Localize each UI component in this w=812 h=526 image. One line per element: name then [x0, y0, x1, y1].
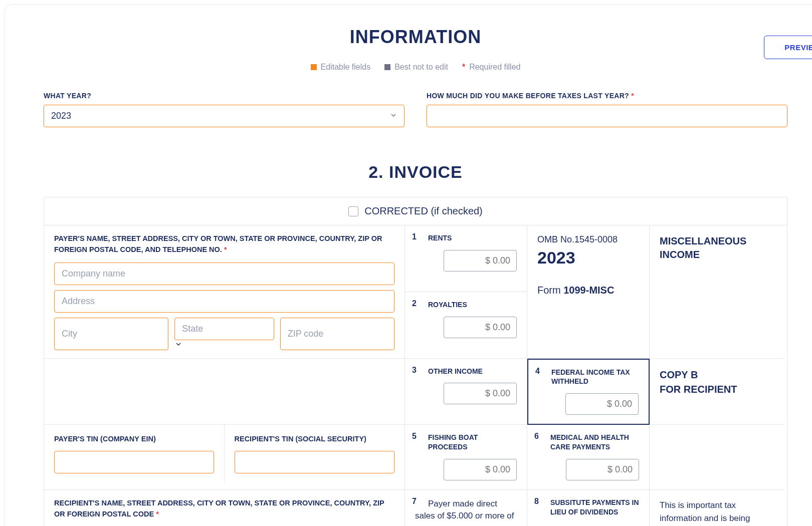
copy-b-cell: COPY B FOR RECIPIENT [650, 359, 784, 425]
corrected-row: CORRECTED (if checked) [44, 197, 787, 225]
form-line: Form 1099-MISC [537, 285, 639, 296]
payer-block: PAYER'S NAME, STREET ADDRESS, CITY OR TO… [44, 225, 405, 359]
box-3-other-income: 3 OTHER INCOME [405, 359, 527, 425]
legend-bestnot: Best not to edit [384, 63, 448, 72]
box-7-direct-sales: 7 Payer made direct sales of $5.000 or m… [405, 490, 527, 526]
year-select[interactable] [44, 105, 404, 127]
address-input[interactable] [54, 290, 394, 313]
year-select-wrap [44, 105, 404, 127]
year-label: WHAT YEAR? [44, 92, 404, 100]
invoice-grid: PAYER'S NAME, STREET ADDRESS, CITY OR TO… [44, 225, 787, 526]
recipient-tin-label: RECIPIENT'S TIN (SOCIAL SECURITY) [235, 434, 395, 445]
box-number: 7 [412, 497, 417, 506]
payer-tin-label: PAYER'S TIN (COMPANY EIN) [54, 434, 214, 445]
legend-editable: Editable fields [311, 63, 371, 72]
box-1-rents: 1 RENTS [405, 225, 527, 292]
box-3-label: OTHER INCOME [428, 367, 517, 376]
city-input[interactable] [54, 318, 168, 350]
invoice-card: CORRECTED (if checked) PAYER'S NAME, STR… [44, 197, 787, 526]
company-name-input[interactable] [54, 262, 394, 285]
box-number: 8 [534, 497, 539, 506]
omb-number: OMB No.1545-0008 [537, 234, 639, 245]
page-card: PREVIEW INFORMATION Editable fields Best… [4, 4, 812, 526]
box-2-label: ROYALTIES [428, 300, 517, 310]
misc-income-cell: MISCELLANEOUS INCOME [650, 225, 784, 359]
box-2-input[interactable] [444, 317, 517, 338]
box-1-input[interactable] [444, 250, 517, 272]
required-asterisk-icon: * [631, 92, 634, 100]
box-5-fishing: 5 FISHING BOAT PROCEEDS [405, 425, 527, 490]
income-label: HOW MUCH DID YOU MAKE BEFORE TAXES LAST … [427, 92, 787, 100]
box-2-royalties: 2 ROYALTIES [405, 292, 527, 359]
income-col: HOW MUCH DID YOU MAKE BEFORE TAXES LAST … [427, 92, 787, 127]
square-purple-icon [384, 64, 390, 70]
legend: Editable fields Best not to edit * Requi… [5, 63, 812, 72]
payer-tin-input[interactable] [54, 451, 214, 473]
corrected-label: CORRECTED (if checked) [364, 205, 483, 217]
section-title-invoice: 2. INVOICE [5, 162, 812, 182]
payer-block-label: PAYER'S NAME, STREET ADDRESS, CITY OR TO… [54, 233, 394, 255]
chevron-down-icon [174, 341, 182, 350]
box-7-label: Payer made direct sales of $5.000 or mor… [415, 499, 514, 526]
box-4-federal-withheld: 4 FEDERAL INCOME TAX WITHHELD [527, 359, 650, 425]
copy-b-line2: FOR RECIPIENT [660, 382, 774, 397]
box-number: 2 [412, 299, 417, 308]
box-5-input[interactable] [444, 459, 517, 480]
section-title-information: INFORMATION [5, 27, 812, 48]
state-select[interactable] [174, 318, 274, 340]
legend-bestnot-label: Best not to edit [394, 63, 448, 72]
required-asterisk-icon: * [224, 245, 227, 253]
form-prefix: Form [537, 285, 561, 296]
box-3-input[interactable] [444, 383, 517, 404]
year-col: WHAT YEAR? [44, 92, 404, 127]
box-4-label: FEDERAL INCOME TAX WITHHELD [551, 368, 639, 387]
legend-editable-label: Editable fields [321, 63, 371, 72]
box-1-label: RENTS [428, 233, 517, 243]
box-number: 4 [535, 367, 540, 376]
income-input[interactable] [427, 105, 787, 127]
box-6-label: MEDICAL AND HEALTH CARE PAYMENTS [550, 433, 639, 452]
required-asterisk-icon: * [156, 510, 159, 518]
recipient-tin-input[interactable] [235, 451, 395, 473]
asterisk-icon: * [462, 63, 465, 72]
form-year: 2023 [537, 248, 639, 268]
recipient-tin-cell: RECIPIENT'S TIN (SOCIAL SECURITY) [225, 425, 405, 482]
tin-row: PAYER'S TIN (COMPANY EIN) RECIPIENT'S TI… [44, 425, 405, 490]
box-4-input[interactable] [565, 393, 639, 415]
form-name: 1099-MISC [563, 285, 614, 296]
preview-button[interactable]: PREVIEW [764, 36, 812, 59]
legend-required-label: Required filled [469, 63, 520, 72]
box-8-substitute: 8 SUBSITUTE PAYMENTS IN LIEU OF DIVIDEND… [527, 490, 650, 526]
box-number: 3 [412, 366, 417, 375]
box-number: 5 [412, 432, 417, 441]
box-number: 1 [412, 232, 417, 241]
zip-input[interactable] [280, 318, 394, 350]
square-orange-icon [311, 64, 317, 70]
income-label-text: HOW MUCH DID YOU MAKE BEFORE TAXES LAST … [427, 92, 629, 100]
box-5-label: FISHING BOAT PROCEEDS [428, 433, 517, 452]
recipient-block-label-text: RECIPIENT'S NAME, STREET ADDRESS, CITY O… [54, 499, 384, 518]
payer-block-label-text: PAYER'S NAME, STREET ADDRESS, CITY OR TO… [54, 234, 382, 253]
legend-required: * Required filled [462, 63, 521, 72]
empty-right-cell [650, 425, 784, 490]
box-6-medical: 6 MEDICAL AND HEALTH CARE PAYMENTS [527, 425, 650, 490]
info-row: WHAT YEAR? HOW MUCH DID YOU MAKE BEFORE … [5, 92, 812, 127]
box-8-label: SUBSITUTE PAYMENTS IN LIEU OF DIVIDENDS [550, 498, 639, 517]
irs-note: This is important tax information and is… [650, 490, 784, 526]
box-6-input[interactable] [566, 459, 639, 480]
box-number: 6 [534, 432, 539, 441]
payer-empty-fill [44, 359, 405, 425]
omb-cell: OMB No.1545-0008 2023 Form 1099-MISC [527, 225, 650, 359]
recipient-block-label: RECIPIENT'S NAME, STREET ADDRESS, CITY O… [54, 498, 394, 520]
copy-b-line1: COPY B [660, 368, 774, 382]
corrected-checkbox[interactable] [348, 206, 358, 216]
recipient-block: RECIPIENT'S NAME, STREET ADDRESS, CITY O… [44, 490, 405, 526]
payer-tin-cell: PAYER'S TIN (COMPANY EIN) [44, 425, 225, 482]
